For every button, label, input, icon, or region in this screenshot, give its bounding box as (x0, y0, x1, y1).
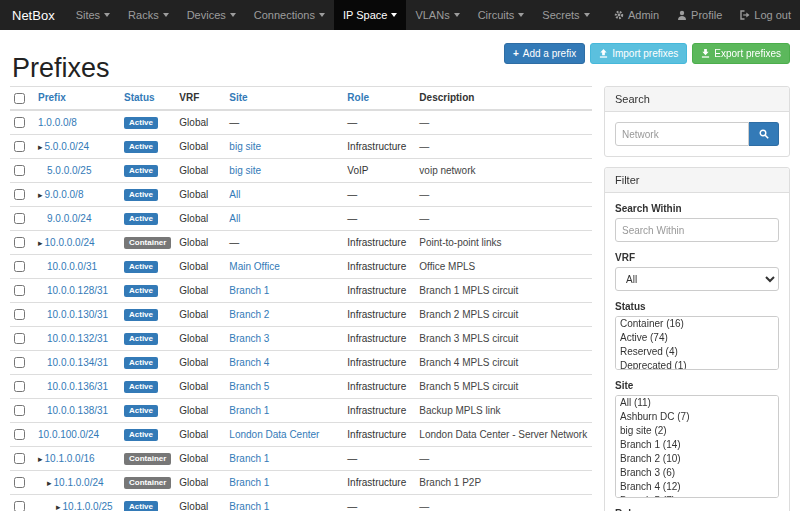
prefix-link[interactable]: 10.0.0.130/31 (47, 309, 108, 320)
row-checkbox[interactable] (14, 117, 25, 128)
prefix-link[interactable]: 1.0.0.0/8 (38, 117, 77, 128)
search-button[interactable] (749, 122, 779, 146)
role-cell: — (343, 182, 415, 206)
row-checkbox[interactable] (14, 237, 25, 248)
sidebar: Search Filter Search Within VRF (604, 86, 790, 511)
nav-item-label: Devices (187, 9, 226, 21)
site-link[interactable]: big site (229, 141, 261, 152)
nav-item-admin[interactable]: Admin (605, 0, 668, 30)
add-prefix-button[interactable]: + Add a prefix (504, 43, 585, 64)
prefix-link[interactable]: 5.0.0.0/25 (47, 165, 91, 176)
brand-link[interactable]: NetBox (0, 0, 67, 30)
description-cell: Branch 1 P2P (415, 470, 592, 494)
search-input[interactable] (615, 122, 749, 146)
listbox-option[interactable]: Active (74) (616, 331, 778, 345)
prefix-link[interactable]: 10.0.0.128/31 (47, 285, 108, 296)
nav-item-devices[interactable]: Devices (178, 0, 245, 30)
site-link[interactable]: Branch 1 (229, 453, 269, 464)
listbox-option[interactable]: Branch 3 (6) (616, 466, 778, 480)
site-link[interactable]: Branch 1 (229, 405, 269, 416)
row-checkbox[interactable] (14, 261, 25, 272)
prefix-link[interactable]: 10.0.0.132/31 (47, 333, 108, 344)
export-prefixes-button[interactable]: Export prefixes (692, 43, 790, 64)
site-listbox[interactable]: All (11)Ashburn DC (7)big site (2)Branch… (615, 395, 779, 498)
prefix-link[interactable]: 10.1.0.0/25 (63, 501, 113, 511)
listbox-option[interactable]: Branch 4 (12) (616, 480, 778, 494)
row-checkbox[interactable] (14, 141, 25, 152)
listbox-option[interactable]: big site (2) (616, 424, 778, 438)
status-badge: Active (124, 213, 158, 225)
nav-item-label: Profile (691, 9, 722, 21)
page-header: Prefixes + Add a prefix Import prefixes … (10, 30, 790, 86)
nav-item-connections[interactable]: Connections (245, 0, 334, 30)
listbox-option[interactable]: Branch 5 (7) (616, 494, 778, 498)
row-checkbox[interactable] (14, 213, 25, 224)
nav-item-ip-space[interactable]: IP Space (334, 0, 406, 30)
site-label: Site (615, 380, 779, 391)
row-checkbox[interactable] (14, 429, 25, 440)
prefix-link[interactable]: 10.0.0.0/24 (45, 237, 95, 248)
listbox-option[interactable]: Deprecated (1) (616, 359, 778, 370)
column-sort-link[interactable]: Prefix (38, 92, 66, 103)
prefix-link[interactable]: 9.0.0.0/8 (45, 189, 84, 200)
site-link[interactable]: All (229, 189, 240, 200)
listbox-option[interactable]: All (11) (616, 396, 778, 410)
nav-item-profile[interactable]: Profile (668, 0, 731, 30)
status-listbox[interactable]: Container (16)Active (74)Reserved (4)Dep… (615, 316, 779, 370)
gear-icon (614, 10, 624, 20)
row-checkbox[interactable] (14, 405, 25, 416)
prefix-link[interactable]: 9.0.0.0/24 (47, 213, 91, 224)
nav-item-sites[interactable]: Sites (67, 0, 119, 30)
listbox-option[interactable]: Ashburn DC (7) (616, 410, 778, 424)
site-link[interactable]: Branch 1 (229, 477, 269, 488)
column-sort-link[interactable]: Role (347, 92, 369, 103)
vrf-select[interactable]: All (615, 267, 779, 291)
row-checkbox[interactable] (14, 309, 25, 320)
site-link[interactable]: Branch 2 (229, 309, 269, 320)
site-link[interactable]: All (229, 213, 240, 224)
prefix-link[interactable]: 5.0.0.0/24 (45, 141, 89, 152)
row-checkbox[interactable] (14, 189, 25, 200)
prefix-link[interactable]: 10.1.0.0/24 (54, 477, 104, 488)
prefix-link[interactable]: 10.0.0.0/31 (47, 261, 97, 272)
site-link[interactable]: Branch 1 (229, 285, 269, 296)
row-checkbox[interactable] (14, 333, 25, 344)
listbox-option[interactable]: Branch 2 (10) (616, 452, 778, 466)
select-all-checkbox[interactable] (14, 93, 25, 104)
row-checkbox[interactable] (14, 285, 25, 296)
site-link[interactable]: big site (229, 165, 261, 176)
listbox-option[interactable]: Container (16) (616, 317, 778, 331)
nav-item-secrets[interactable]: Secrets (533, 0, 598, 30)
site-link[interactable]: Branch 3 (229, 333, 269, 344)
prefix-link[interactable]: 10.0.0.134/31 (47, 357, 108, 368)
row-checkbox[interactable] (14, 357, 25, 368)
nav-item-circuits[interactable]: Circuits (469, 0, 534, 30)
row-checkbox[interactable] (14, 453, 25, 464)
column-sort-link[interactable]: Status (124, 92, 155, 103)
prefix-link[interactable]: 10.1.0.0/16 (45, 453, 95, 464)
column-sort-link[interactable]: Site (229, 92, 247, 103)
row-checkbox[interactable] (14, 165, 25, 176)
row-checkbox[interactable] (14, 501, 25, 511)
row-checkbox[interactable] (14, 381, 25, 392)
nav-item-racks[interactable]: Racks (119, 0, 178, 30)
caret-down-icon (104, 13, 110, 17)
nav-item-logout[interactable]: Log out (731, 0, 800, 30)
nav-item-vlans[interactable]: VLANs (406, 0, 468, 30)
column-header-status: Status (120, 87, 175, 110)
row-checkbox[interactable] (14, 477, 25, 488)
site-link[interactable]: Branch 1 (229, 501, 269, 511)
listbox-option[interactable]: Reserved (4) (616, 345, 778, 359)
vrf-cell: Global (175, 302, 225, 326)
prefix-link[interactable]: 10.0.100.0/24 (38, 429, 99, 440)
site-link[interactable]: London Data Center (229, 429, 319, 440)
prefix-link[interactable]: 10.0.0.136/31 (47, 381, 108, 392)
prefix-link[interactable]: 10.0.0.138/31 (47, 405, 108, 416)
site-link[interactable]: Main Office (229, 261, 279, 272)
search-within-input[interactable] (615, 218, 779, 242)
site-link[interactable]: Branch 5 (229, 381, 269, 392)
status-badge: Active (124, 309, 158, 321)
import-prefixes-button[interactable]: Import prefixes (590, 43, 687, 64)
site-link[interactable]: Branch 4 (229, 357, 269, 368)
listbox-option[interactable]: Branch 1 (14) (616, 438, 778, 452)
